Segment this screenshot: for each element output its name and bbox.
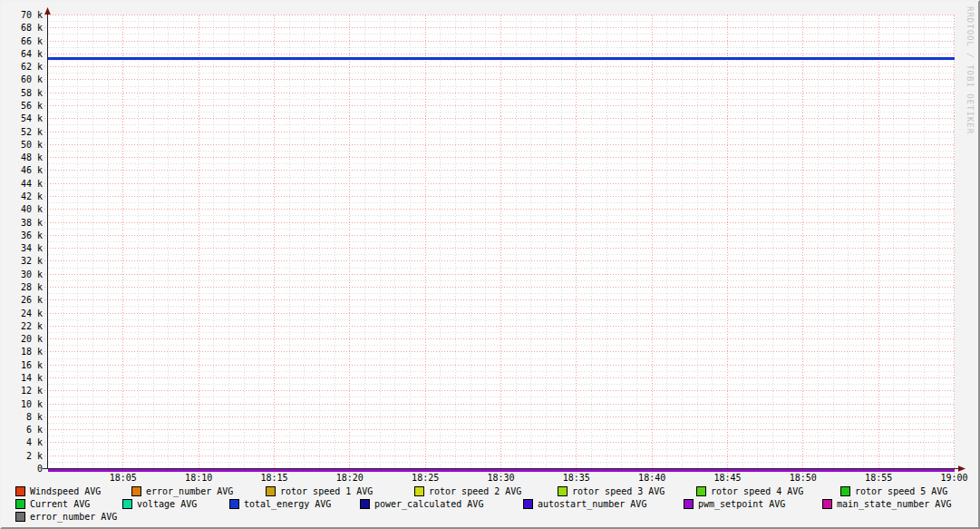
x-tick-label: 18:30 [487, 473, 514, 483]
y-tick-label: 20 k [21, 334, 43, 344]
y-tick-label: 30 k [21, 269, 43, 279]
y-tick-label: 34 k [21, 243, 43, 253]
y-tick-label: 48 k [21, 152, 43, 162]
y-tick-label: 8 k [26, 412, 43, 422]
x-tick-label: 18:10 [185, 473, 212, 483]
y-tick-label: 38 k [21, 218, 43, 228]
x-axis-arrow [958, 465, 965, 472]
y-tick-label: 62 k [21, 62, 43, 72]
y-tick-label: 26 k [21, 295, 43, 305]
y-tick-label: 10 k [21, 399, 43, 409]
x-tick-label: 18:40 [638, 473, 665, 483]
y-tick-label: 42 k [21, 191, 43, 201]
x-tick-label: 18:25 [412, 473, 439, 483]
y-tick-label: 44 k [21, 179, 43, 189]
y-tick-label: 52 k [21, 127, 43, 137]
watermark-text: RRDTOOL / TOBI OETIKER [965, 6, 975, 134]
x-tick-label: 18:50 [790, 473, 817, 483]
y-tick-label: 4 k [26, 437, 43, 447]
rrdtool-graph: 02 k4 k6 k8 k10 k12 k14 k16 k18 k20 k22 … [0, 0, 980, 529]
chart-canvas: 02 k4 k6 k8 k10 k12 k14 k16 k18 k20 k22 … [2, 2, 978, 527]
y-tick-label: 50 k [21, 140, 43, 150]
x-tick-label: 18:15 [260, 473, 287, 483]
y-tick-label: 58 k [21, 88, 43, 98]
y-tick-label: 14 k [21, 373, 43, 383]
y-tick-label: 46 k [21, 165, 43, 175]
y-tick-label: 54 k [21, 113, 43, 123]
y-tick-label: 28 k [21, 282, 43, 292]
x-tick-label: 18:20 [336, 473, 364, 483]
y-tick-label: 6 k [26, 425, 43, 435]
y-tick-label: 24 k [21, 309, 43, 318]
y-tick-label: 18 k [21, 347, 43, 357]
y-tick-label: 56 k [21, 101, 43, 111]
y-tick-label: 36 k [21, 230, 43, 240]
y-tick-label: 12 k [21, 386, 43, 396]
x-tick-label: 18:45 [713, 473, 741, 483]
y-tick-label: 16 k [21, 360, 43, 370]
y-axis-arrow [44, 7, 51, 15]
x-tick-label: 19:00 [940, 473, 967, 483]
y-tick-label: 40 k [21, 204, 43, 214]
y-tick-label: 60 k [21, 74, 43, 84]
y-tick-label: 32 k [21, 256, 43, 266]
y-tick-label: 66 k [21, 36, 43, 46]
y-tick-label: 0 [37, 464, 43, 474]
y-tick-label: 2 k [26, 451, 43, 461]
x-tick-label: 18:55 [865, 473, 892, 483]
y-tick-label: 68 k [21, 23, 43, 33]
y-tick-label: 70 k [21, 10, 43, 20]
y-tick-label: 64 k [21, 49, 43, 59]
y-tick-label: 22 k [21, 321, 43, 331]
x-tick-label: 18:05 [110, 473, 137, 483]
x-tick-label: 18:35 [563, 473, 590, 483]
